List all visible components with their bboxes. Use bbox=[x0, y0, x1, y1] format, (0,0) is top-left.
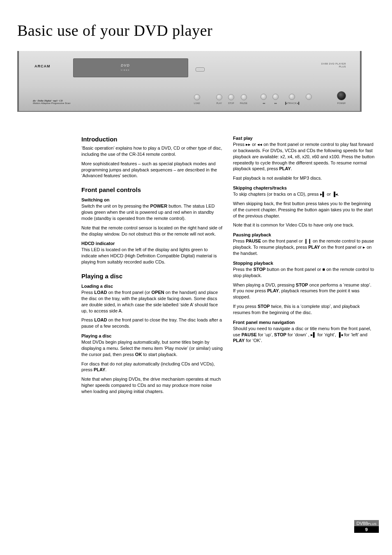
prev-icon: ▐◂ bbox=[332, 192, 338, 197]
subheading: Switching on bbox=[81, 197, 223, 202]
load-label: LOAD bbox=[194, 102, 200, 104]
subheading: Loading a disc bbox=[81, 284, 223, 289]
prev-icon: ▐◂ bbox=[337, 332, 343, 337]
power-label: POWER bbox=[337, 102, 346, 104]
hdcd-indicator: HDCD bbox=[196, 67, 205, 72]
model-badge: DV88PLUS bbox=[354, 520, 379, 526]
paragraph: Note that when playing DVDs, the drive m… bbox=[81, 376, 223, 395]
stop-button[interactable] bbox=[228, 94, 234, 100]
paragraph: Note that the remote control sensor is l… bbox=[81, 225, 223, 237]
heading-playing-disc: Playing a disc bbox=[81, 273, 223, 280]
paragraph: Press LOAD on the front panel to close t… bbox=[81, 317, 223, 329]
nav-button-group: ◂◂ ▸▸ ▐◂ TRACK ▸▌ bbox=[261, 94, 312, 104]
subheading: Front panel menu navigation bbox=[233, 320, 375, 325]
device-illustration: ARCAM DVDVIDEO HDCD DV88 DVD PLAYERPLUS … bbox=[17, 51, 362, 112]
right-column: Fast play Press ▸▸ or ◂◂ on the front pa… bbox=[233, 136, 375, 398]
rewind-icon: ◂◂ bbox=[263, 102, 265, 104]
paragraph: Fast playback is not available for MP3 d… bbox=[233, 175, 375, 181]
ffwd-icon: ▸▸ bbox=[274, 102, 277, 104]
paragraph: Switch the unit on by pressing the POWER… bbox=[81, 203, 223, 222]
disc-tray bbox=[73, 58, 188, 77]
subheading: HDCD indicator bbox=[81, 241, 223, 246]
page-marker: DV88PLUS 9 bbox=[354, 520, 379, 533]
load-button-group: LOAD bbox=[194, 94, 200, 104]
power-button[interactable] bbox=[337, 91, 346, 100]
play-button[interactable] bbox=[216, 94, 222, 100]
transport-button-group: PLAY STOP PAUSE bbox=[216, 94, 247, 104]
paragraph: Should you need to navigate a disc or ti… bbox=[233, 326, 375, 344]
ffwd-button[interactable] bbox=[272, 94, 279, 100]
dvd-logo: DVDVIDEO bbox=[121, 63, 130, 72]
paragraph: ‘Basic operation’ explains how to play a… bbox=[81, 145, 223, 157]
paragraph: Press the STOP button on the front panel… bbox=[233, 266, 375, 279]
load-button[interactable] bbox=[194, 94, 200, 100]
paragraph: Press LOAD on the front panel (or OPEN o… bbox=[81, 289, 223, 314]
paragraph: Press PAUSE on the front panel or ❙❙ on … bbox=[233, 238, 375, 257]
paragraph: More sophisticated features – such as sp… bbox=[81, 161, 223, 179]
ffwd-icon: ▸▸ bbox=[246, 142, 251, 147]
left-column: Introduction ‘Basic operation’ explains … bbox=[81, 136, 223, 398]
heading-front-panel: Front panel controls bbox=[81, 186, 223, 193]
power-button-group: POWER bbox=[337, 91, 346, 104]
rewind-button[interactable] bbox=[261, 94, 267, 100]
paragraph: If you press STOP twice, this is a ‘comp… bbox=[233, 303, 375, 316]
page-title: Basic use of your DVD player bbox=[17, 21, 392, 39]
subheading: Playing a disc bbox=[81, 333, 223, 338]
brand-label: ARCAM bbox=[35, 64, 51, 68]
paragraph: Most DVDs begin playing automatically, b… bbox=[81, 339, 223, 358]
model-label: DV88 DVD PLAYERPLUS bbox=[321, 62, 346, 68]
pause-icon: ❙❙ bbox=[304, 238, 311, 243]
next-icon: ▸▌ bbox=[320, 192, 326, 197]
paragraph: For discs that do not play automatically… bbox=[81, 361, 223, 373]
page-number: 9 bbox=[354, 526, 379, 533]
prev-icon: ▐◂ TRACK ▸▌ bbox=[284, 102, 300, 104]
paragraph: To skip chapters (or tracks on a CD), pr… bbox=[233, 191, 375, 197]
format-logos: dts · Dolby Digital · mp3 · CD Motion Ad… bbox=[33, 99, 71, 104]
paragraph: When playing a DVD, pressing STOP once p… bbox=[233, 282, 375, 301]
subheading: Stopping playback bbox=[233, 261, 375, 266]
body-content: Introduction ‘Basic operation’ explains … bbox=[17, 136, 375, 398]
paragraph: When skipping back, the first button pre… bbox=[233, 201, 375, 219]
pause-button[interactable] bbox=[241, 94, 247, 100]
next-icon: ▸▌ bbox=[311, 332, 316, 337]
paragraph: Press ▸▸ or ◂◂ on the front panel or rem… bbox=[233, 141, 375, 172]
subheading: Pausing playback bbox=[233, 232, 375, 237]
heading-introduction: Introduction bbox=[81, 136, 223, 143]
subheading: Skipping chapters/tracks bbox=[233, 185, 375, 190]
rewind-icon: ◂◂ bbox=[257, 142, 262, 147]
next-button[interactable] bbox=[306, 94, 312, 100]
paragraph: This LED is located on the left of the d… bbox=[81, 247, 223, 265]
subheading: Fast play bbox=[233, 136, 375, 141]
prev-button[interactable] bbox=[289, 94, 295, 100]
paragraph: Note that it is common for Video CDs to … bbox=[233, 222, 375, 228]
